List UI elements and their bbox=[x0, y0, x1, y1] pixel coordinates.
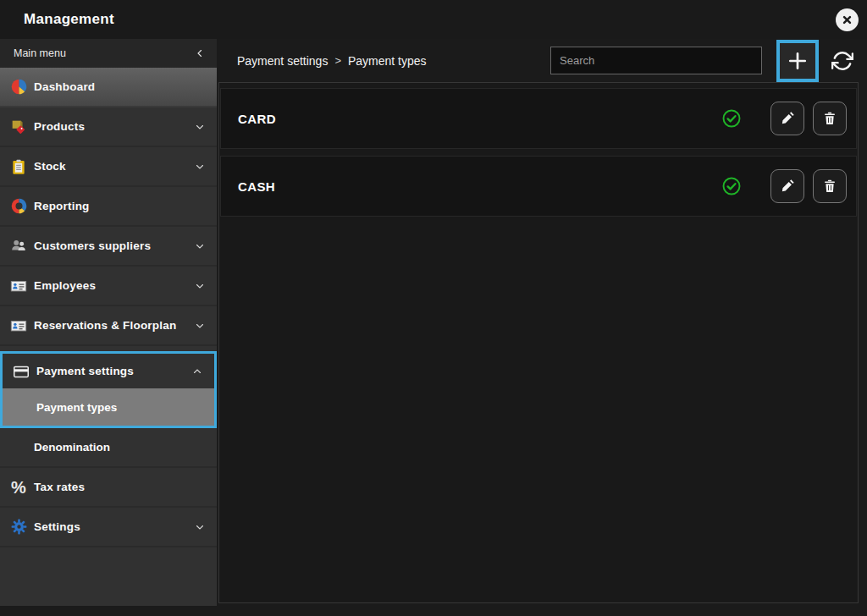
edit-button[interactable] bbox=[770, 169, 804, 203]
breadcrumb-parent[interactable]: Payment settings bbox=[237, 54, 328, 68]
payment-settings-highlight-box: Payment settings Payment types bbox=[0, 351, 217, 428]
sidebar-subitem-label: Payment types bbox=[36, 401, 117, 414]
sidebar-item-label: Settings bbox=[34, 520, 195, 533]
sidebar-item-label: Reporting bbox=[34, 200, 205, 212]
sidebar-item-stock[interactable]: Stock bbox=[0, 147, 217, 187]
payment-types-panel: CARD bbox=[218, 82, 859, 603]
sidebar-item-label: Products bbox=[34, 120, 195, 133]
chevron-down-icon bbox=[195, 281, 205, 291]
chevron-down-icon bbox=[195, 321, 205, 331]
chevron-down-icon bbox=[195, 122, 205, 132]
sidebar-collapse-button[interactable] bbox=[195, 48, 205, 58]
close-icon bbox=[841, 14, 853, 26]
chevron-down-icon bbox=[195, 162, 205, 172]
pencil-icon bbox=[780, 179, 795, 194]
sidebar-item-reporting[interactable]: Reporting bbox=[0, 187, 217, 227]
pie-chart-icon bbox=[8, 77, 29, 97]
payment-type-name: CASH bbox=[238, 179, 721, 194]
sidebar-item-label: Dashboard bbox=[34, 80, 205, 93]
credit-card-icon bbox=[11, 361, 31, 382]
check-circle-icon bbox=[721, 176, 742, 196]
sidebar-item-reservations-floorplan[interactable]: Reservations & Floorplan bbox=[0, 306, 217, 346]
add-button-highlight-box bbox=[776, 40, 819, 82]
search-input[interactable] bbox=[550, 47, 762, 74]
payment-type-row-cash: CASH bbox=[220, 156, 857, 217]
sidebar: Main menu Dashboard bbox=[0, 39, 217, 606]
id-card-icon bbox=[8, 276, 29, 296]
edit-button[interactable] bbox=[770, 102, 804, 135]
check-circle-icon bbox=[721, 108, 742, 129]
percent-icon: % bbox=[8, 477, 29, 498]
breadcrumb: Payment settings > Payment types bbox=[237, 54, 427, 68]
people-icon bbox=[8, 236, 29, 256]
sidebar-item-label: Employees bbox=[34, 279, 195, 292]
payment-type-row-card: CARD bbox=[220, 88, 857, 149]
sidebar-subitem-payment-types[interactable]: Payment types bbox=[3, 388, 214, 426]
package-tag-icon bbox=[8, 117, 29, 137]
donut-chart-icon bbox=[8, 196, 29, 217]
sidebar-item-customers-suppliers[interactable]: Customers suppliers bbox=[0, 227, 217, 267]
chevron-left-icon bbox=[195, 48, 205, 58]
sidebar-item-label: Reservations & Floorplan bbox=[34, 319, 195, 332]
payment-type-name: CARD bbox=[238, 112, 721, 126]
sidebar-item-payment-settings[interactable]: Payment settings bbox=[3, 354, 214, 388]
sidebar-header-label: Main menu bbox=[14, 47, 66, 59]
gear-icon bbox=[8, 517, 29, 537]
plus-icon bbox=[786, 49, 809, 73]
clipboard-icon bbox=[8, 157, 29, 177]
close-button[interactable] bbox=[836, 8, 859, 31]
sidebar-item-employees[interactable]: Employees bbox=[0, 267, 217, 306]
add-button[interactable] bbox=[780, 43, 815, 79]
delete-button[interactable] bbox=[813, 169, 847, 203]
sidebar-item-label: Tax rates bbox=[34, 481, 205, 493]
pencil-icon bbox=[780, 111, 795, 126]
trash-icon bbox=[822, 179, 837, 194]
sidebar-item-label: Payment settings bbox=[36, 365, 192, 377]
sidebar-header: Main menu bbox=[0, 39, 217, 68]
toolbar: Payment settings > Payment types bbox=[218, 39, 867, 82]
main-content: Payment settings > Payment types bbox=[218, 39, 867, 606]
sidebar-item-label: Customers suppliers bbox=[34, 239, 195, 252]
breadcrumb-separator: > bbox=[334, 54, 341, 67]
sidebar-item-products[interactable]: Products bbox=[0, 107, 217, 147]
sidebar-subitem-label: Denomination bbox=[34, 441, 110, 454]
management-window: Management Main menu bbox=[0, 0, 867, 616]
sidebar-subitem-denomination[interactable]: Denomination bbox=[0, 428, 217, 468]
delete-button[interactable] bbox=[813, 102, 847, 135]
sidebar-item-label: Stock bbox=[34, 160, 195, 173]
refresh-button[interactable] bbox=[826, 45, 859, 77]
trash-icon bbox=[822, 111, 837, 126]
content-area: Main menu Dashboard bbox=[0, 39, 867, 606]
chevron-up-icon bbox=[192, 366, 202, 377]
window-title: Management bbox=[24, 11, 836, 28]
sidebar-item-dashboard[interactable]: Dashboard bbox=[0, 68, 217, 107]
refresh-icon bbox=[831, 50, 853, 72]
sidebar-item-tax-rates[interactable]: % Tax rates bbox=[0, 468, 217, 508]
id-card-icon bbox=[8, 316, 29, 336]
breadcrumb-current: Payment types bbox=[348, 54, 427, 68]
title-bar: Management bbox=[0, 0, 867, 39]
chevron-down-icon bbox=[195, 522, 205, 532]
chevron-down-icon bbox=[195, 241, 205, 251]
sidebar-item-settings[interactable]: Settings bbox=[0, 508, 217, 547]
